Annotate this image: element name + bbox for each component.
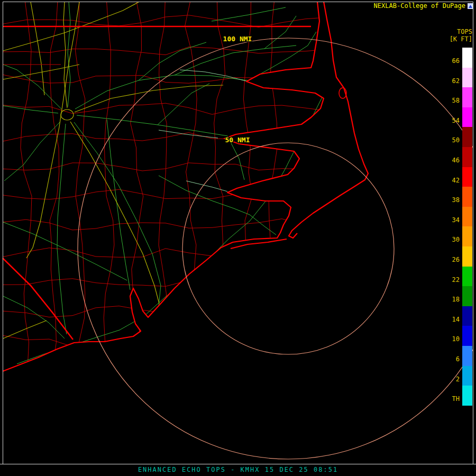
road-segment [250,215,276,235]
legend-tick-TH: TH [447,395,460,402]
legend-tick-50: 50 [447,136,460,144]
range-ring-100nmi [78,38,476,459]
road-segment [107,120,130,290]
legend-tick-66: 66 [447,57,460,65]
legend-color-34 [462,207,472,227]
legend-color-30 [462,226,472,246]
legend-tick-46: 46 [447,157,460,164]
frame-left-line [3,2,3,464]
road-segment [68,2,70,107]
road-segment [57,124,67,334]
radar-map: 100 NMI 50 NMI [0,0,476,476]
legend-tick-26: 26 [447,256,460,263]
road-segment [70,122,159,304]
legend-tick-34: 34 [447,216,460,224]
county-line [3,47,328,55]
legend-tick-38: 38 [447,196,460,204]
road-segment [4,122,60,181]
road-segment [75,85,223,112]
legend-color-14 [462,306,472,326]
legend-color-50 [462,127,472,147]
legend-title: TOPS [K FT] [432,28,472,43]
road-segment [3,65,79,79]
legend-color-TH [462,386,472,406]
range-rings [78,38,476,459]
legend-tick-30: 30 [447,236,460,243]
road-segment [75,75,248,109]
legend-tick-6: 6 [447,355,460,363]
coastline [3,2,368,371]
legend-color-62 [462,68,472,88]
legend-color-58 [462,87,472,107]
brand: NEXLAB-College of DuPage [374,3,473,10]
legend-color-66 [462,48,472,68]
frame-right-line [473,2,473,464]
county-line [269,2,279,367]
legend-color-54 [462,107,472,127]
road-segment [63,2,67,108]
frame-top-line [3,2,473,2]
legend-color-10 [462,326,472,346]
road-segment [74,122,161,306]
beltline-loop [61,109,74,120]
road-segment [77,115,227,136]
highways-green [3,2,323,364]
legend-color-42 [462,167,472,187]
county-line [3,219,328,230]
county-line [3,335,328,346]
river-segment [180,70,248,81]
frame-bottom-line [0,464,476,464]
legend-tick-54: 54 [447,117,460,124]
legend-tick-2: 2 [447,376,460,383]
legend-color-26 [462,246,472,267]
county-line [21,2,32,367]
county-line [3,75,328,84]
road-segment [3,65,61,109]
brand-text: NEXLAB-College of DuPage [374,3,465,10]
road-segment [3,222,127,280]
road-segment [159,176,250,215]
legend-color-18 [462,286,472,306]
coastline-mainland [3,2,324,371]
legend-tick-10: 10 [447,335,460,343]
county-line [3,189,328,202]
county-line [3,279,328,287]
state-border-nc-sc [3,258,73,340]
legend-color-22 [462,267,472,287]
ring-label-50nmi: 50 NMI [225,136,250,144]
road-segment [3,321,47,338]
county-line [159,2,167,367]
legend-tick-62: 62 [447,77,460,85]
county-line [185,2,197,367]
river-segment [186,181,227,191]
legend-tick-42: 42 [447,177,460,184]
coastline-bogue-banks [231,239,287,249]
product-caption: ENHANCED ECHO TOPS - KMHX 15 DEC 25 08:5… [0,466,476,473]
radar-display: 100 NMI 50 NMI TOPS [K FT] 6662585450464… [0,0,476,476]
county-line [3,132,328,141]
county-line [3,15,328,28]
legend-tick-18: 18 [447,296,460,303]
ring-label-100nmi: 100 NMI [223,35,252,43]
legend-tick-14: 14 [447,316,460,323]
legend-tick-22: 22 [447,276,460,283]
legend-scale: 66625854504642383430262218141062TH [447,48,473,418]
legend-tick-58: 58 [447,97,460,104]
legend-title-line1: TOPS [432,28,472,35]
road-segment [264,16,296,49]
coastline-outer-banks [289,2,368,238]
road-segment [139,42,206,80]
legend-color-2 [462,366,472,386]
legend-color-6 [462,346,472,366]
road-segment [212,7,286,21]
county-line [3,103,328,114]
county-line [214,2,225,367]
legend-title-line2: [K FT] [432,35,472,43]
legend-color-38 [462,187,472,207]
legend-color-46 [462,147,472,167]
county-line [104,2,114,367]
